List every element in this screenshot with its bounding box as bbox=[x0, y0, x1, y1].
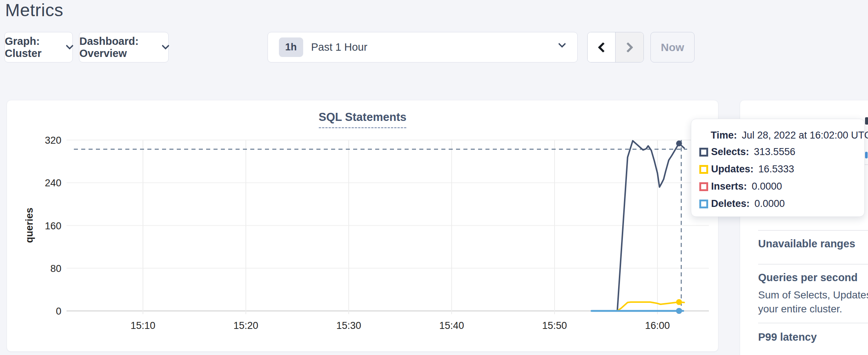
tooltip-updates-value: 16.5333 bbox=[758, 164, 795, 175]
inserts-series-swatch-icon bbox=[699, 182, 708, 191]
divider bbox=[758, 323, 868, 323]
sidebar-heading-p99-latency: P99 latency bbox=[758, 331, 817, 343]
time-step-button-group bbox=[587, 32, 644, 62]
updates-series-swatch-icon bbox=[699, 165, 708, 174]
divider bbox=[758, 264, 868, 265]
x-axis-tick-label: 15:10 bbox=[130, 320, 155, 331]
chart-hover-tooltip: Time: Jul 28, 2022 at 16:02:00 UTC Selec… bbox=[691, 119, 865, 217]
y-axis-tick-label: 320 bbox=[45, 135, 61, 146]
chevron-right-icon bbox=[623, 42, 633, 52]
y-axis-tick-label: 80 bbox=[50, 263, 61, 274]
now-button[interactable]: Now bbox=[650, 32, 695, 62]
queries-per-second-description-line2: your entire cluster. bbox=[758, 303, 842, 315]
selects-series-line bbox=[592, 141, 684, 311]
tooltip-selects-label: Selects: bbox=[711, 146, 749, 158]
x-axis-tick-label: 16:00 bbox=[645, 320, 670, 331]
clipped-link-fragment bbox=[865, 152, 868, 158]
dashboard-dropdown[interactable]: Dashboard: Overview bbox=[79, 32, 169, 62]
updates-series-line bbox=[592, 302, 684, 311]
x-axis-tick-label: 15:30 bbox=[336, 320, 361, 331]
tooltip-time-value: Jul 28, 2022 at 16:02:00 UTC bbox=[742, 130, 868, 141]
chevron-down-icon bbox=[162, 42, 169, 50]
queries-per-second-description-line1: Sum of Selects, Updates, Inser bbox=[758, 289, 868, 301]
time-range-badge: 1h bbox=[279, 37, 303, 57]
y-axis-tick-label: 160 bbox=[45, 220, 61, 232]
deletes-series-swatch-icon bbox=[699, 200, 708, 208]
chevron-down-icon bbox=[558, 40, 566, 48]
tooltip-time-label: Time: bbox=[711, 130, 737, 141]
chevron-left-icon bbox=[598, 42, 608, 52]
tooltip-deletes-label: Deletes: bbox=[711, 198, 750, 209]
tooltip-inserts-label: Inserts: bbox=[711, 181, 747, 192]
tooltip-deletes-value: 0.0000 bbox=[754, 198, 785, 209]
sidebar-heading-unavailable-ranges: Unavailable ranges bbox=[758, 238, 855, 250]
previous-time-button[interactable] bbox=[588, 32, 616, 62]
sql-statements-line-chart[interactable]: 08016024032015:1015:2015:3015:4015:5016:… bbox=[7, 100, 719, 352]
dashboard-dropdown-label: Dashboard: Overview bbox=[79, 35, 156, 60]
x-axis-tick-label: 15:20 bbox=[233, 320, 258, 331]
x-axis-tick-label: 15:50 bbox=[542, 320, 567, 331]
time-range-selector[interactable]: 1h Past 1 Hour bbox=[268, 32, 578, 62]
selects-hover-dot bbox=[676, 140, 682, 146]
clipped-text-fragment bbox=[865, 117, 868, 125]
updates-hover-dot bbox=[676, 299, 682, 305]
deletes-hover-dot bbox=[676, 308, 682, 314]
x-axis-tick-label: 15:40 bbox=[439, 320, 464, 331]
time-range-label: Past 1 Hour bbox=[311, 41, 367, 53]
graph-dropdown-label: Graph: Cluster bbox=[5, 35, 60, 60]
y-axis-tick-label: 0 bbox=[56, 306, 61, 317]
chevron-down-icon bbox=[66, 42, 73, 50]
sql-statements-chart-card: SQL Statements 08016024032015:1015:2015:… bbox=[7, 100, 718, 352]
now-button-label: Now bbox=[661, 41, 684, 54]
y-axis-tick-label: 240 bbox=[45, 178, 61, 189]
y-axis-label: queries bbox=[24, 208, 35, 243]
tooltip-inserts-value: 0.0000 bbox=[752, 181, 782, 192]
selects-series-swatch-icon bbox=[699, 148, 708, 157]
page-title: Metrics bbox=[5, 0, 63, 20]
tooltip-selects-value: 313.5556 bbox=[754, 146, 796, 158]
tooltip-updates-label: Updates: bbox=[711, 164, 754, 175]
graph-dropdown[interactable]: Graph: Cluster bbox=[4, 32, 73, 62]
next-time-button[interactable] bbox=[616, 32, 643, 62]
sidebar-heading-queries-per-second: Queries per second bbox=[758, 272, 858, 284]
divider bbox=[758, 230, 868, 231]
